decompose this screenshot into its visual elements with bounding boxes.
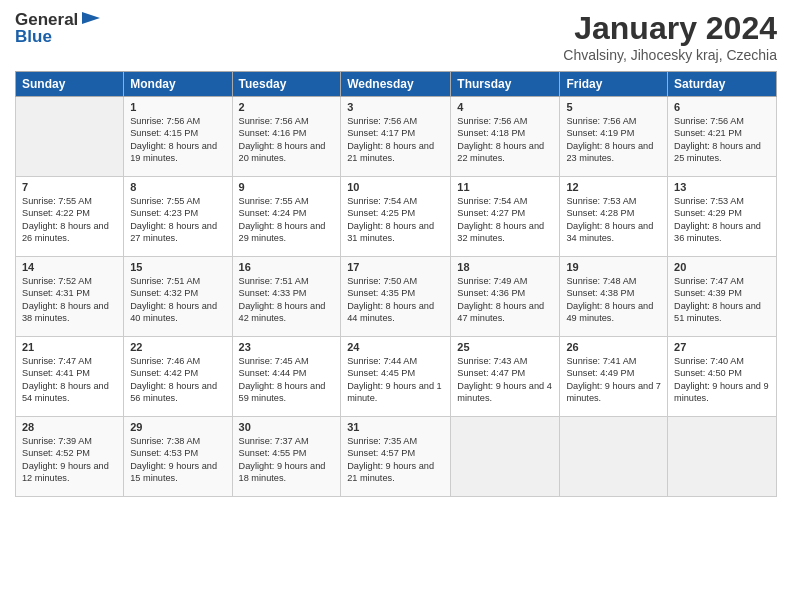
day-detail: Sunrise: 7:50 AM Sunset: 4:35 PM Dayligh… <box>347 275 444 325</box>
calendar-cell: 26 Sunrise: 7:41 AM Sunset: 4:49 PM Dayl… <box>560 337 668 417</box>
sunset-time: Sunset: 4:38 PM <box>566 288 634 298</box>
subtitle: Chvalsiny, Jihocesky kraj, Czechia <box>563 47 777 63</box>
day-detail: Sunrise: 7:51 AM Sunset: 4:33 PM Dayligh… <box>239 275 335 325</box>
header-tuesday: Tuesday <box>232 72 341 97</box>
sunrise-time: Sunrise: 7:39 AM <box>22 436 92 446</box>
sunrise-time: Sunrise: 7:47 AM <box>22 356 92 366</box>
calendar-header: Sunday Monday Tuesday Wednesday Thursday… <box>16 72 777 97</box>
calendar-table: Sunday Monday Tuesday Wednesday Thursday… <box>15 71 777 497</box>
daylight-hours: Daylight: 8 hours and 49 minutes. <box>566 301 653 323</box>
daylight-hours: Daylight: 8 hours and 29 minutes. <box>239 221 326 243</box>
day-detail: Sunrise: 7:48 AM Sunset: 4:38 PM Dayligh… <box>566 275 661 325</box>
sunset-time: Sunset: 4:32 PM <box>130 288 198 298</box>
day-detail: Sunrise: 7:53 AM Sunset: 4:28 PM Dayligh… <box>566 195 661 245</box>
sunset-time: Sunset: 4:53 PM <box>130 448 198 458</box>
sunrise-time: Sunrise: 7:52 AM <box>22 276 92 286</box>
day-number: 18 <box>457 261 553 273</box>
calendar-week-5: 28 Sunrise: 7:39 AM Sunset: 4:52 PM Dayl… <box>16 417 777 497</box>
day-detail: Sunrise: 7:55 AM Sunset: 4:24 PM Dayligh… <box>239 195 335 245</box>
day-number: 14 <box>22 261 117 273</box>
sunset-time: Sunset: 4:35 PM <box>347 288 415 298</box>
sunset-time: Sunset: 4:16 PM <box>239 128 307 138</box>
daylight-hours: Daylight: 8 hours and 27 minutes. <box>130 221 217 243</box>
sunset-time: Sunset: 4:44 PM <box>239 368 307 378</box>
daylight-hours: Daylight: 9 hours and 12 minutes. <box>22 461 109 483</box>
day-detail: Sunrise: 7:55 AM Sunset: 4:23 PM Dayligh… <box>130 195 225 245</box>
day-detail: Sunrise: 7:47 AM Sunset: 4:39 PM Dayligh… <box>674 275 770 325</box>
day-detail: Sunrise: 7:49 AM Sunset: 4:36 PM Dayligh… <box>457 275 553 325</box>
day-detail: Sunrise: 7:54 AM Sunset: 4:25 PM Dayligh… <box>347 195 444 245</box>
daylight-hours: Daylight: 8 hours and 20 minutes. <box>239 141 326 163</box>
day-number: 26 <box>566 341 661 353</box>
calendar-cell: 25 Sunrise: 7:43 AM Sunset: 4:47 PM Dayl… <box>451 337 560 417</box>
daylight-hours: Daylight: 8 hours and 21 minutes. <box>347 141 434 163</box>
sunrise-time: Sunrise: 7:45 AM <box>239 356 309 366</box>
daylight-hours: Daylight: 8 hours and 54 minutes. <box>22 381 109 403</box>
header-wednesday: Wednesday <box>341 72 451 97</box>
calendar-cell <box>560 417 668 497</box>
daylight-hours: Daylight: 8 hours and 31 minutes. <box>347 221 434 243</box>
sunrise-time: Sunrise: 7:54 AM <box>457 196 527 206</box>
calendar-week-1: 1 Sunrise: 7:56 AM Sunset: 4:15 PM Dayli… <box>16 97 777 177</box>
day-number: 15 <box>130 261 225 273</box>
day-detail: Sunrise: 7:55 AM Sunset: 4:22 PM Dayligh… <box>22 195 117 245</box>
calendar-cell: 30 Sunrise: 7:37 AM Sunset: 4:55 PM Dayl… <box>232 417 341 497</box>
day-number: 27 <box>674 341 770 353</box>
day-number: 3 <box>347 101 444 113</box>
calendar-cell: 27 Sunrise: 7:40 AM Sunset: 4:50 PM Dayl… <box>668 337 777 417</box>
day-number: 1 <box>130 101 225 113</box>
day-detail: Sunrise: 7:43 AM Sunset: 4:47 PM Dayligh… <box>457 355 553 405</box>
day-detail: Sunrise: 7:56 AM Sunset: 4:16 PM Dayligh… <box>239 115 335 165</box>
calendar-cell: 4 Sunrise: 7:56 AM Sunset: 4:18 PM Dayli… <box>451 97 560 177</box>
day-number: 16 <box>239 261 335 273</box>
sunset-time: Sunset: 4:55 PM <box>239 448 307 458</box>
sunset-time: Sunset: 4:57 PM <box>347 448 415 458</box>
sunset-time: Sunset: 4:28 PM <box>566 208 634 218</box>
calendar-cell: 29 Sunrise: 7:38 AM Sunset: 4:53 PM Dayl… <box>124 417 232 497</box>
day-number: 6 <box>674 101 770 113</box>
day-detail: Sunrise: 7:53 AM Sunset: 4:29 PM Dayligh… <box>674 195 770 245</box>
sunrise-time: Sunrise: 7:56 AM <box>347 116 417 126</box>
day-number: 29 <box>130 421 225 433</box>
calendar-cell: 18 Sunrise: 7:49 AM Sunset: 4:36 PM Dayl… <box>451 257 560 337</box>
sunset-time: Sunset: 4:21 PM <box>674 128 742 138</box>
calendar-cell: 23 Sunrise: 7:45 AM Sunset: 4:44 PM Dayl… <box>232 337 341 417</box>
logo-blue: Blue <box>15 27 52 47</box>
sunset-time: Sunset: 4:49 PM <box>566 368 634 378</box>
calendar-cell: 28 Sunrise: 7:39 AM Sunset: 4:52 PM Dayl… <box>16 417 124 497</box>
daylight-hours: Daylight: 8 hours and 23 minutes. <box>566 141 653 163</box>
daylight-hours: Daylight: 9 hours and 9 minutes. <box>674 381 769 403</box>
daylight-hours: Daylight: 8 hours and 32 minutes. <box>457 221 544 243</box>
day-number: 23 <box>239 341 335 353</box>
day-number: 9 <box>239 181 335 193</box>
sunrise-time: Sunrise: 7:43 AM <box>457 356 527 366</box>
sunrise-time: Sunrise: 7:53 AM <box>566 196 636 206</box>
calendar-week-2: 7 Sunrise: 7:55 AM Sunset: 4:22 PM Dayli… <box>16 177 777 257</box>
day-detail: Sunrise: 7:47 AM Sunset: 4:41 PM Dayligh… <box>22 355 117 405</box>
daylight-hours: Daylight: 9 hours and 18 minutes. <box>239 461 326 483</box>
calendar-body: 1 Sunrise: 7:56 AM Sunset: 4:15 PM Dayli… <box>16 97 777 497</box>
sunrise-time: Sunrise: 7:55 AM <box>239 196 309 206</box>
day-detail: Sunrise: 7:45 AM Sunset: 4:44 PM Dayligh… <box>239 355 335 405</box>
sunset-time: Sunset: 4:41 PM <box>22 368 90 378</box>
sunrise-time: Sunrise: 7:44 AM <box>347 356 417 366</box>
day-detail: Sunrise: 7:39 AM Sunset: 4:52 PM Dayligh… <box>22 435 117 485</box>
calendar-cell: 16 Sunrise: 7:51 AM Sunset: 4:33 PM Dayl… <box>232 257 341 337</box>
header-thursday: Thursday <box>451 72 560 97</box>
daylight-hours: Daylight: 9 hours and 15 minutes. <box>130 461 217 483</box>
day-detail: Sunrise: 7:52 AM Sunset: 4:31 PM Dayligh… <box>22 275 117 325</box>
calendar-cell <box>668 417 777 497</box>
daylight-hours: Daylight: 8 hours and 25 minutes. <box>674 141 761 163</box>
sunset-time: Sunset: 4:42 PM <box>130 368 198 378</box>
sunset-time: Sunset: 4:18 PM <box>457 128 525 138</box>
day-number: 17 <box>347 261 444 273</box>
daylight-hours: Daylight: 8 hours and 56 minutes. <box>130 381 217 403</box>
sunrise-time: Sunrise: 7:38 AM <box>130 436 200 446</box>
day-detail: Sunrise: 7:56 AM Sunset: 4:21 PM Dayligh… <box>674 115 770 165</box>
header-monday: Monday <box>124 72 232 97</box>
sunrise-time: Sunrise: 7:50 AM <box>347 276 417 286</box>
logo-flag-icon <box>80 12 102 28</box>
day-detail: Sunrise: 7:56 AM Sunset: 4:19 PM Dayligh… <box>566 115 661 165</box>
daylight-hours: Daylight: 8 hours and 34 minutes. <box>566 221 653 243</box>
daylight-hours: Daylight: 8 hours and 38 minutes. <box>22 301 109 323</box>
